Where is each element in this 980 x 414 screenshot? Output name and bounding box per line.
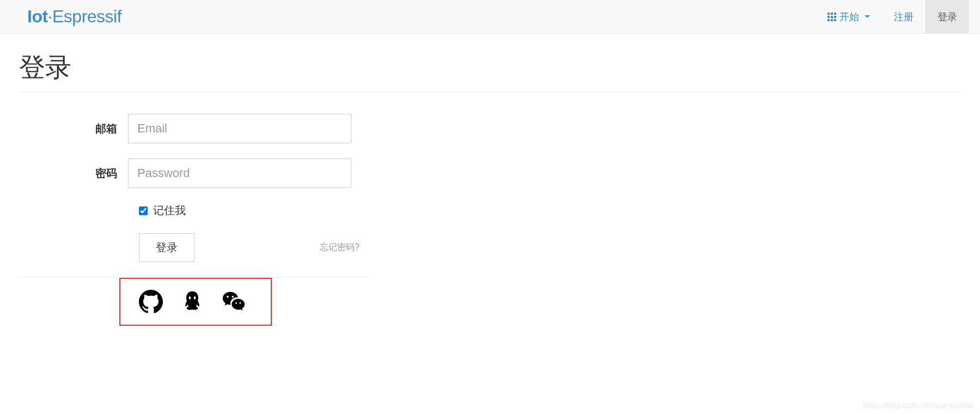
remember-row: 记住我 — [139, 203, 368, 218]
email-field[interactable] — [128, 114, 351, 143]
page-title: 登录 — [19, 50, 961, 92]
social-login-box — [119, 278, 272, 326]
login-button[interactable]: 登录 — [139, 233, 194, 262]
nav-login[interactable]: 登录 — [926, 0, 969, 34]
navbar: Iot·Espressif 开始 注册 登录 — [0, 0, 980, 34]
brand-logo[interactable]: Iot·Espressif — [27, 7, 121, 27]
caret-down-icon — [865, 15, 870, 18]
password-row: 密码 — [19, 159, 368, 188]
qq-icon[interactable] — [180, 290, 204, 314]
email-row: 邮箱 — [19, 114, 368, 143]
nav-register[interactable]: 注册 — [882, 0, 926, 34]
login-form: 邮箱 密码 记住我 登录 忘记密码? — [19, 114, 368, 326]
nav-register-label: 注册 — [894, 10, 914, 23]
forgot-password-link[interactable]: 忘记密码? — [320, 242, 360, 253]
password-label: 密码 — [19, 166, 128, 181]
brand-bold: Iot — [27, 7, 48, 26]
container: 登录 邮箱 密码 记住我 登录 忘记密码? — [0, 34, 980, 326]
password-field[interactable] — [128, 159, 351, 188]
nav-start[interactable]: 开始 — [815, 0, 882, 34]
remember-label: 记住我 — [153, 203, 186, 218]
button-row: 登录 忘记密码? — [139, 233, 368, 262]
github-icon[interactable] — [139, 290, 163, 314]
email-label: 邮箱 — [19, 121, 128, 136]
nav-right: 开始 注册 登录 — [815, 0, 969, 34]
remember-checkbox[interactable] — [139, 206, 148, 215]
brand-sep: · — [48, 7, 52, 26]
nav-login-label: 登录 — [938, 10, 957, 23]
watermark: https://blog.csdn.net/quangui666 — [863, 401, 973, 410]
brand-light: Espressif — [52, 7, 121, 26]
wechat-icon[interactable] — [222, 290, 246, 314]
nav-start-label: 开始 — [839, 10, 859, 23]
grid-icon — [827, 13, 836, 21]
